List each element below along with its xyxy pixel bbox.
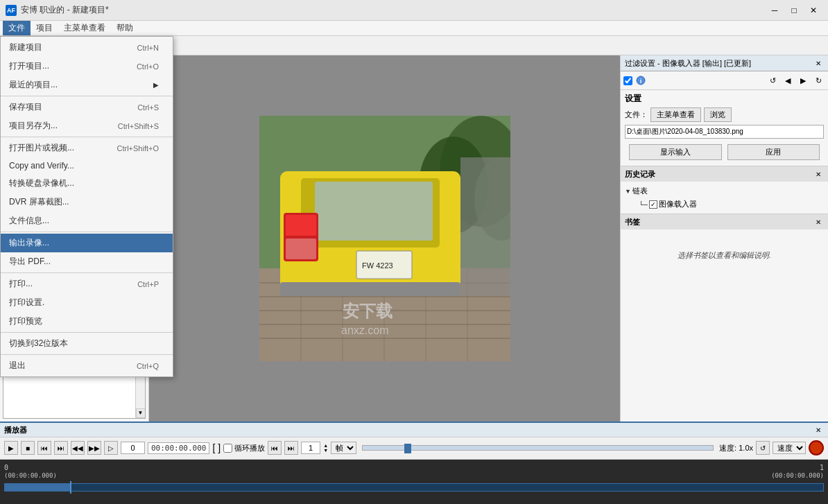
player-controls: ▶ ■ ⏮ ⏭ ◀◀ ▶▶ ▷ 0 00:00:00.000 [ ] 循环播放 … — [0, 437, 828, 458]
file-label: 文件： — [625, 110, 648, 120]
player-play-btn[interactable]: ▶ — [4, 441, 18, 455]
player-prev-frame-btn[interactable]: ⏮ — [37, 441, 51, 455]
apply-btn[interactable]: 应用 — [727, 144, 820, 160]
expand-icon[interactable]: ▼ — [625, 188, 631, 195]
menu-dvr-screenshot[interactable]: DVR 屏幕截图... — [1, 193, 173, 211]
window-controls[interactable]: ─ □ ✕ — [766, 3, 822, 17]
history-content: ▼ 链表 └─ ✓ 图像载入器 — [621, 182, 828, 214]
history-checkbox[interactable]: ✓ — [649, 200, 657, 209]
player-fwd-btn[interactable]: ▶▶ — [87, 441, 101, 455]
close-button[interactable]: ✕ — [804, 3, 822, 17]
settings-filepath-row: D:\桌面\图片\2020-04-08_103830.png — [625, 125, 824, 139]
frame-select[interactable]: 帧 — [331, 442, 356, 454]
loop-checkbox[interactable] — [223, 444, 232, 453]
svg-rect-28 — [460, 157, 510, 296]
minimize-button[interactable]: ─ — [766, 3, 784, 17]
menu-separator-5 — [1, 332, 173, 333]
history-close-btn[interactable]: ✕ — [813, 168, 824, 180]
history-label: 历史记录 — [625, 169, 655, 180]
menu-open-project[interactable]: 打开项目... Ctrl+O — [1, 57, 173, 76]
time-display: 00:00:00.000 — [148, 442, 209, 454]
filter-back-btn[interactable]: ◀ — [781, 73, 795, 87]
menu-save-as[interactable]: 项目另存为... Ctrl+Shift+S — [1, 116, 173, 135]
menu-file-info[interactable]: 文件信息... — [1, 211, 173, 230]
svg-rect-22 — [280, 282, 460, 296]
menu-recent-projects[interactable]: 最近的项目... ▶ — [1, 76, 173, 94]
player-progress-track[interactable] — [362, 445, 714, 451]
menu-separator-3 — [1, 232, 173, 232]
record-button[interactable] — [809, 440, 824, 455]
menu-export-recording[interactable]: 输出录像... — [1, 234, 173, 252]
image-display: FW 4223 安下载 anxz.com — [259, 116, 510, 361]
menu-separator-6 — [1, 354, 173, 355]
svg-text:安下载: 安下载 — [341, 302, 393, 320]
right-panel: 过滤设置 - 图像载入器 [输出] [已更新] ✕ i ↺ ◀ ▶ ↻ 设置 文… — [620, 55, 828, 422]
frame-up-down[interactable]: ▲▼ — [323, 443, 328, 453]
bookmark-close-btn[interactable]: ✕ — [813, 216, 824, 227]
bracket-left: [ ] — [212, 442, 221, 453]
filter-redo-btn[interactable]: ↻ — [811, 73, 825, 87]
player-next-frame-btn[interactable]: ⏭ — [54, 441, 68, 455]
player-thumb[interactable] — [404, 444, 411, 453]
history-section: 历史记录 ✕ ▼ 链表 └─ ✓ 图像载入器 — [621, 166, 828, 214]
menu-print[interactable]: 打印... Ctrl+P — [1, 275, 173, 293]
show-input-btn[interactable]: 显示输入 — [629, 144, 722, 160]
history-item-root: ▼ 链表 — [625, 184, 824, 198]
history-sub-expand: └─ — [639, 201, 648, 208]
window-title: 安博 职业的 - 新建项目* — [21, 4, 109, 16]
bookmark-label: 书签 — [625, 217, 640, 227]
menu-copy-verify[interactable]: Copy and Verify... — [1, 157, 173, 174]
menu-open-image-video[interactable]: 打开图片或视频... Ctrl+Shift+O — [1, 139, 173, 157]
maximize-button[interactable]: □ — [785, 3, 803, 17]
menu-print-setup[interactable]: 打印设置. — [1, 293, 173, 312]
title-bar-left: AF 安博 职业的 - 新建项目* — [6, 4, 109, 16]
loop-checkbox-row: 循环播放 — [223, 443, 265, 453]
menu-convert-dvr[interactable]: 转换硬盘录像机... — [1, 174, 173, 193]
right-panel-title: 过滤设置 - 图像载入器 [输出] [已更新] — [625, 58, 751, 69]
frame-input[interactable]: 0 — [121, 442, 145, 454]
menu-save-project[interactable]: 保存项目 Ctrl+S — [1, 98, 173, 116]
filter-refresh-btn[interactable]: ↺ — [766, 73, 779, 87]
timeline-progress — [5, 484, 70, 491]
filter-info-btn[interactable]: i — [634, 73, 648, 87]
menu-browse-btn[interactable]: 主菜单查看 — [650, 107, 701, 122]
menu-file[interactable]: 文件 — [3, 21, 31, 35]
browse-btn[interactable]: 浏览 — [704, 107, 732, 122]
history-root-label: 链表 — [632, 186, 648, 196]
timeline-track[interactable] — [4, 483, 824, 492]
scroll-down-arrow[interactable]: ▼ — [136, 408, 146, 418]
loop-label: 循环播放 — [234, 443, 265, 453]
player-loop-back-btn[interactable]: ⏮ — [268, 441, 282, 455]
svg-text:i: i — [640, 78, 642, 85]
settings-file-row: 文件： 主菜单查看 浏览 — [625, 107, 824, 122]
right-panel-header: 过滤设置 - 图像载入器 [输出] [已更新] ✕ — [621, 55, 828, 71]
right-panel-close-btn[interactable]: ✕ — [813, 58, 824, 69]
menu-new-project[interactable]: 新建项目 Ctrl+N — [1, 38, 173, 57]
player-mark-btn[interactable]: ▷ — [104, 441, 118, 455]
speed-select[interactable]: 速度 — [773, 442, 806, 454]
menu-print-preview[interactable]: 打印预览 — [1, 312, 173, 331]
player-refresh-btn[interactable]: ↺ — [756, 441, 770, 455]
svg-rect-25 — [286, 238, 316, 259]
player-loop-fwd-btn[interactable]: ⏭ — [284, 441, 298, 455]
timeline-marker[interactable] — [70, 481, 71, 494]
menu-exit[interactable]: 退出 Ctrl+Q — [1, 356, 173, 375]
history-header: 历史记录 ✕ — [621, 166, 828, 182]
frame-count-input[interactable]: 1 — [301, 442, 320, 454]
svg-text:anxz.com: anxz.com — [341, 324, 388, 336]
bookmark-placeholder: 选择书签以查看和编辑说明. — [621, 229, 828, 281]
player-stop-btn[interactable]: ■ — [21, 441, 35, 455]
menu-view[interactable]: 主菜单查看 — [58, 21, 111, 35]
menu-help[interactable]: 帮助 — [111, 21, 139, 35]
timeline-left-time: 0(00:00:00.000) — [4, 464, 57, 479]
menu-project[interactable]: 项目 — [31, 21, 58, 35]
menu-switch-32bit[interactable]: 切换到32位版本 — [1, 334, 173, 353]
filter-checkbox[interactable] — [623, 76, 632, 85]
menu-export-pdf[interactable]: 导出 PDF... — [1, 252, 173, 271]
filter-forward-btn[interactable]: ▶ — [796, 73, 810, 87]
timeline-bar: 0(00:00:00.000) 1(00:00:00.000) — [0, 460, 828, 504]
timeline-numbers: 0(00:00:00.000) 1(00:00:00.000) — [4, 462, 824, 480]
player-back-btn[interactable]: ◀◀ — [71, 441, 85, 455]
player-close-btn[interactable]: ✕ — [813, 424, 824, 435]
title-bar: AF 安博 职业的 - 新建项目* ─ □ ✕ — [0, 0, 828, 21]
